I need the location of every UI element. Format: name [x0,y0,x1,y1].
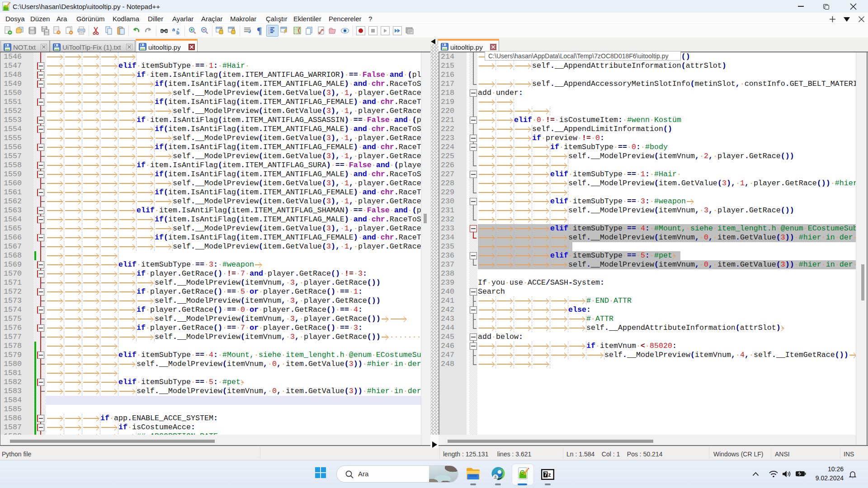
svg-text:7: 7 [544,471,547,478]
svg-text:¶: ¶ [257,26,262,35]
svg-text:z: z [548,472,551,478]
svg-text:b: b [176,30,179,35]
svg-text:a: a [172,27,175,32]
